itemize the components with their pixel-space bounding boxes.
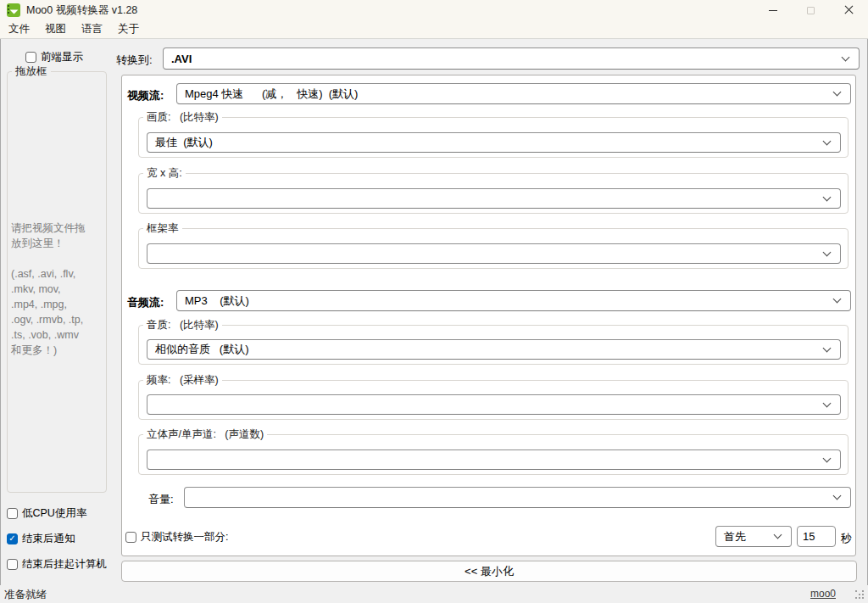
checkbox-icon [125,532,136,543]
frequency-group-label: 频率: (采样率) [143,373,222,388]
suspend-after-finish-label: 结束后挂起计算机 [22,557,107,572]
test-convert-label: 只测试转换一部分: [141,530,228,544]
video-stream-label: 视频流: [127,88,164,103]
checkbox-icon [7,508,18,519]
titlebar: Moo0 视频转换器 v1.28 [0,0,868,20]
checkbox-icon [25,52,36,63]
audio-stream-label: 音频流: [127,295,164,310]
chevron-down-icon [833,295,842,304]
audio-quality-value: 相似的音质 (默认) [147,342,824,357]
menu-view[interactable]: 视图 [37,20,74,39]
chevron-down-icon [823,248,832,256]
video-quality-group-label: 画质: (比特率) [143,110,222,125]
window-title: Moo0 视频转换器 v1.28 [26,3,137,18]
notify-after-finish-checkbox[interactable]: 结束后通知 [7,532,75,545]
convert-to-label: 转换到: [116,53,153,68]
video-stream-value: Mpeg4 快速 (减， 快速) (默认) [177,87,834,102]
low-cpu-checkbox[interactable]: 低CPU使用率 [7,506,86,520]
chevron-down-icon [833,88,842,97]
menu-file[interactable]: 文件 [1,20,37,39]
chevron-down-icon [823,137,832,145]
channels-group-label: 立体声/单声道: (声道数) [143,427,267,442]
seconds-unit-label: 秒 [841,531,852,546]
maximize-window-button[interactable] [792,0,830,20]
low-cpu-label: 低CPU使用率 [22,506,86,521]
convert-to-select[interactable]: .AVI [163,47,860,70]
menu-about[interactable]: 关于 [110,20,147,39]
audio-quality-select[interactable]: 相似的音质 (默认) [147,339,841,360]
test-seconds-input[interactable] [797,526,836,547]
front-display-label: 前端显示 [41,50,83,64]
moo0-link[interactable]: moo0 [810,588,836,600]
video-quality-select[interactable]: 最佳 (默认) [147,132,841,153]
convert-to-value: .AVI [164,53,843,65]
chevron-down-icon [842,53,850,61]
checkbox-icon [7,559,18,570]
size-group-label: 宽 x 高: [143,166,186,181]
checkbox-checked-icon [7,533,18,544]
maximize-icon [807,7,815,14]
frequency-select[interactable] [147,394,841,415]
channels-select[interactable] [147,449,841,470]
front-display-checkbox[interactable]: 前端显示 [25,50,83,64]
chevron-down-icon [823,399,832,407]
chevron-down-icon [823,454,832,462]
audio-stream-value: MP3 (默认) [177,293,834,309]
minimize-panel-button[interactable]: << 最小化 [121,561,857,582]
statusbar: 准备就绪 moo0 [0,585,868,603]
menu-language[interactable]: 语言 [74,20,110,39]
video-stream-select[interactable]: Mpeg4 快速 (减， 快速) (默认) [176,83,851,104]
caption-buttons [754,0,868,20]
dropzone-instructions: 请把视频文件拖 放到这里！ (.asf, .avi, .flv, .mkv, m… [11,221,103,358]
audio-quality-group-label: 音质: (比特率) [143,318,222,332]
minimize-icon [769,10,777,11]
chevron-down-icon [774,531,782,539]
chevron-down-icon [823,193,832,201]
test-convert-checkbox[interactable]: 只测试转换一部分: [125,530,228,544]
dropbox-group-label: 拖放框 [12,64,51,79]
suspend-after-finish-checkbox[interactable]: 结束后挂起计算机 [7,557,107,571]
status-message: 准备就绪 [4,588,47,602]
volume-label: 音量: [148,492,174,507]
app-window: Moo0 视频转换器 v1.28 文件 视图 语言 关于 前端显示 拖放框 请把… [0,0,868,603]
minimize-window-button[interactable] [754,0,792,20]
arrow-icon [10,6,19,14]
menubar: 文件 视图 语言 关于 [0,20,868,39]
size-select[interactable] [147,188,841,209]
app-icon [7,3,20,17]
volume-select[interactable] [184,487,851,508]
resize-grip[interactable] [854,589,865,600]
test-position-select[interactable]: 首先 [715,526,792,547]
framerate-group-label: 框架率 [143,221,182,236]
audio-stream-select[interactable]: MP3 (默认) [176,290,851,311]
chevron-down-icon [823,343,832,352]
notify-after-finish-label: 结束后通知 [22,532,75,546]
close-window-button[interactable] [830,0,868,20]
video-quality-value: 最佳 (默认) [147,135,824,150]
framerate-select[interactable] [147,243,841,264]
test-position-value: 首先 [716,529,775,544]
chevron-down-icon [833,492,842,500]
